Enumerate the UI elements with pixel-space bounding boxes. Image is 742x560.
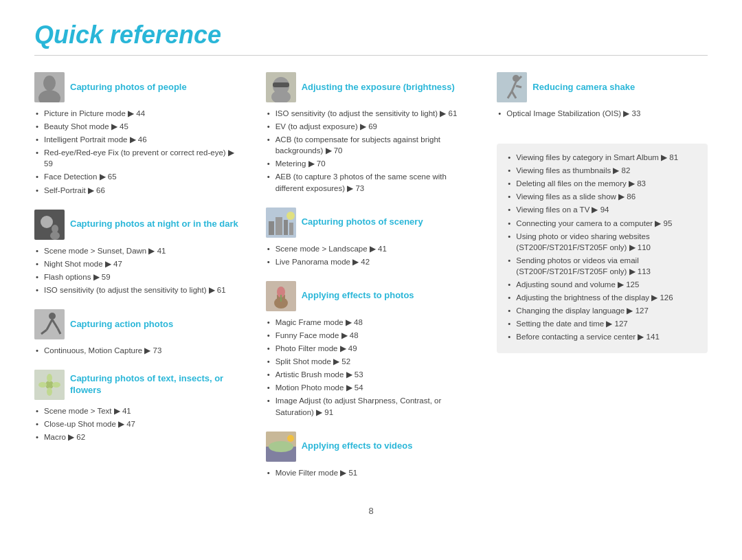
section-people-list: Picture in Picture mode ▶ 44 Beauty Shot… bbox=[34, 108, 245, 196]
page-title: Quick reference bbox=[34, 21, 708, 49]
svg-rect-24 bbox=[269, 221, 274, 235]
list-item: Scene mode > Sunset, Dawn ▶ 41 bbox=[34, 245, 245, 256]
list-item: Flash options ▶ 59 bbox=[34, 271, 245, 282]
list-item: Movie Filter mode ▶ 51 bbox=[266, 467, 477, 478]
list-item: Viewing files by category in Smart Album… bbox=[506, 152, 698, 163]
list-item: Adjusting sound and volume ▶ 125 bbox=[506, 279, 698, 290]
section-flowers-list: Scene mode > Text ▶ 41 Close-up Shot mod… bbox=[34, 405, 245, 443]
section-shake-title: Reducing camera shake bbox=[532, 82, 635, 93]
svg-point-8 bbox=[49, 313, 56, 320]
svg-point-1 bbox=[43, 76, 56, 91]
list-item: Face Detection ▶ 65 bbox=[34, 171, 245, 182]
svg-rect-27 bbox=[289, 223, 293, 235]
list-item: AEB (to capture 3 photos of the same sce… bbox=[266, 171, 477, 193]
svg-point-28 bbox=[286, 212, 295, 220]
section-night-title: Capturing photos at night or in the dark bbox=[70, 219, 238, 230]
section-videos: Applying effects to videos Movie Filter … bbox=[266, 432, 477, 478]
section-shake-list: Optical Image Stabilization (OIS) ▶ 33 bbox=[497, 108, 708, 119]
svg-rect-21 bbox=[273, 82, 289, 87]
list-item: Using photo or video sharing websites (S… bbox=[506, 231, 698, 253]
list-item: Motion Photo mode ▶ 54 bbox=[266, 382, 477, 393]
list-item: EV (to adjust exposure) ▶ 69 bbox=[266, 121, 477, 132]
column-2: Adjusting the exposure (brightness) ISO … bbox=[266, 72, 477, 492]
section-action-title: Capturing action photos bbox=[70, 319, 173, 331]
list-item: Image Adjust (to adjust Sharpness, Contr… bbox=[266, 395, 477, 417]
section-exposure-list: ISO sensitivity (to adjust the sensitivi… bbox=[266, 108, 477, 194]
list-item: Night Shot mode ▶ 47 bbox=[34, 258, 245, 269]
list-item: Setting the date and time ▶ 127 bbox=[506, 318, 698, 329]
section-people-header: Capturing photos of people bbox=[34, 72, 245, 102]
list-item: Close-up Shot mode ▶ 47 bbox=[34, 418, 245, 429]
section-people-title: Capturing photos of people bbox=[70, 82, 187, 93]
list-item: Picture in Picture mode ▶ 44 bbox=[34, 108, 245, 119]
scenery-icon bbox=[266, 208, 296, 238]
flower-icon bbox=[34, 370, 65, 400]
list-item: Adjusting the brightness of the display … bbox=[506, 292, 698, 303]
list-item: Sending photos or videos via email (ST20… bbox=[506, 255, 698, 277]
svg-point-17 bbox=[38, 382, 47, 388]
list-item: Live Panorama mode ▶ 42 bbox=[266, 256, 477, 267]
svg-point-36 bbox=[269, 441, 293, 452]
section-videos-list: Movie Filter mode ▶ 51 bbox=[266, 467, 477, 478]
main-grid: Capturing photos of people Picture in Pi… bbox=[34, 72, 708, 492]
list-item: Continuous, Motion Capture ▶ 73 bbox=[34, 345, 245, 356]
svg-point-6 bbox=[50, 232, 60, 240]
action-icon bbox=[34, 309, 65, 339]
svg-rect-26 bbox=[284, 220, 288, 235]
list-item: Scene mode > Landscape ▶ 41 bbox=[266, 243, 477, 254]
svg-rect-25 bbox=[276, 217, 282, 235]
section-night-header: Capturing photos at night or in the dark bbox=[34, 210, 245, 240]
list-item: Photo Filter mode ▶ 49 bbox=[266, 343, 477, 354]
column-1: Capturing photos of people Picture in Pi… bbox=[34, 72, 245, 492]
section-exposure-header: Adjusting the exposure (brightness) bbox=[266, 72, 477, 102]
section-people: Capturing photos of people Picture in Pi… bbox=[34, 72, 245, 196]
title-divider bbox=[34, 55, 708, 56]
list-item: Optical Image Stabilization (OIS) ▶ 33 bbox=[497, 108, 708, 119]
section-flowers-header: Capturing photos of text, insects, or fl… bbox=[34, 370, 245, 400]
section-scenery-title: Capturing photos of scenery bbox=[302, 216, 423, 228]
night-icon bbox=[34, 210, 65, 240]
list-item: Funny Face mode ▶ 48 bbox=[266, 330, 477, 341]
list-item: Intelligent Portrait mode ▶ 46 bbox=[34, 134, 245, 145]
list-item: Changing the display language ▶ 127 bbox=[506, 305, 698, 316]
section-action-list: Continuous, Motion Capture ▶ 73 bbox=[34, 345, 245, 356]
list-item: Before contacting a service center ▶ 141 bbox=[506, 331, 698, 342]
svg-point-18 bbox=[52, 382, 60, 388]
column-3: Reducing camera shake Optical Image Stab… bbox=[497, 72, 708, 492]
svg-point-15 bbox=[47, 374, 52, 382]
section-scenery-header: Capturing photos of scenery bbox=[266, 208, 477, 238]
list-item: Split Shot mode ▶ 52 bbox=[266, 356, 477, 367]
section-action-header: Capturing action photos bbox=[34, 309, 245, 339]
section-action: Capturing action photos Continuous, Moti… bbox=[34, 309, 245, 356]
list-item: Connecting your camera to a computer ▶ 9… bbox=[506, 218, 698, 229]
video-icon bbox=[266, 432, 296, 462]
misc-list: Viewing files by category in Smart Album… bbox=[506, 152, 698, 342]
section-videos-header: Applying effects to videos bbox=[266, 432, 477, 462]
section-scenery: Capturing photos of scenery Scene mode >… bbox=[266, 208, 477, 267]
section-flowers: Capturing photos of text, insects, or fl… bbox=[34, 370, 245, 443]
section-night-list: Scene mode > Sunset, Dawn ▶ 41 Night Sho… bbox=[34, 245, 245, 295]
list-item: Red-eye/Red-eye Fix (to prevent or corre… bbox=[34, 147, 245, 169]
page-number: 8 bbox=[34, 506, 708, 516]
misc-box: Viewing files by category in Smart Album… bbox=[497, 144, 708, 352]
person-icon bbox=[34, 72, 65, 102]
section-scenery-list: Scene mode > Landscape ▶ 41 Live Panoram… bbox=[266, 243, 477, 267]
list-item: Artistic Brush mode ▶ 53 bbox=[266, 369, 477, 380]
section-videos-title: Applying effects to videos bbox=[302, 440, 413, 452]
section-shake-header: Reducing camera shake bbox=[497, 72, 708, 102]
exposure-icon bbox=[266, 72, 296, 102]
list-item: Deleting all files on the memory ▶ 83 bbox=[506, 178, 698, 189]
shake-icon bbox=[497, 72, 527, 102]
list-item: ISO sensitivity (to adjust the sensitivi… bbox=[266, 108, 477, 119]
list-item: Self-Portrait ▶ 66 bbox=[34, 185, 245, 196]
list-item: Viewing files as thumbnails ▶ 82 bbox=[506, 165, 698, 176]
section-effects-title: Applying effects to photos bbox=[302, 290, 414, 302]
list-item: Macro ▶ 62 bbox=[34, 432, 245, 443]
section-effects-list: Magic Frame mode ▶ 48 Funny Face mode ▶ … bbox=[266, 317, 477, 418]
section-effects: Applying effects to photos Magic Frame m… bbox=[266, 281, 477, 418]
svg-line-44 bbox=[516, 86, 521, 87]
list-item: ACB (to compensate for subjects against … bbox=[266, 134, 477, 156]
list-item: Magic Frame mode ▶ 48 bbox=[266, 317, 477, 328]
list-item: ISO sensitivity (to adjust the sensitivi… bbox=[34, 284, 245, 295]
svg-point-37 bbox=[287, 435, 294, 442]
